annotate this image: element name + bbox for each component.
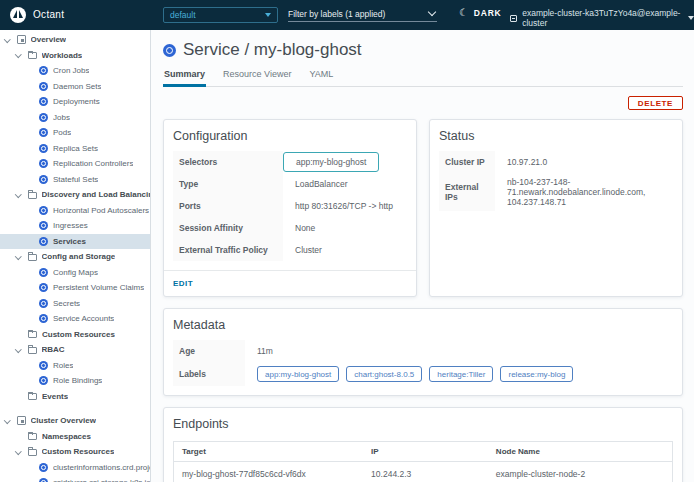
edit-link[interactable]: EDIT (164, 271, 202, 296)
chevron-down-icon[interactable] (15, 191, 21, 197)
sidebar-item-label: Custom Resources (42, 447, 115, 456)
sidebar-item[interactable]: Role Bindings (0, 373, 150, 389)
sidebar-item-label: RBAC (42, 345, 65, 354)
label-filter-text: Filter by labels (1 applied) (288, 9, 385, 19)
endpoints-card: Endpoints Target IP Node Name my-blog (163, 407, 683, 482)
sidebar-item-label: Services (53, 237, 86, 246)
sidebar-item[interactable]: RBAC (0, 342, 150, 358)
cluster-context-select[interactable]: example-cluster-ka3TuTzYo4a@example-clus… (510, 8, 694, 28)
sidebar-item-icon (39, 144, 48, 153)
sidebar-item[interactable]: Ingresses (0, 218, 150, 234)
label-filter-input[interactable]: Filter by labels (1 applied) (288, 6, 437, 22)
sidebar-item-icon (28, 192, 37, 199)
status-row-label: Cluster IP (439, 151, 495, 173)
sidebar-item-icon (39, 478, 48, 482)
sidebar-item-label: Pods (53, 128, 71, 137)
config-row-label: Selectors (173, 151, 283, 173)
sidebar-item-icon (39, 237, 48, 246)
label-tag: release:my-blog (500, 366, 573, 382)
config-row-label: Type (173, 173, 283, 195)
config-row-value: LoadBalancer (283, 175, 359, 193)
sidebar-item[interactable]: Cron Jobs (0, 63, 150, 79)
tab[interactable]: Summary (163, 69, 206, 87)
sidebar-item[interactable]: Roles (0, 358, 150, 374)
sidebar-item-icon (17, 416, 26, 425)
sidebar-item[interactable]: Discovery and Load Balancing (0, 187, 150, 203)
sidebar-item[interactable]: Config Maps (0, 265, 150, 281)
sidebar-item-icon (17, 35, 26, 44)
config-row: Ports http 80:31626/TCP -> http (173, 195, 407, 217)
sidebar-item[interactable]: Stateful Sets (0, 172, 150, 188)
sidebar-item-icon (39, 314, 48, 323)
chevron-down-icon[interactable] (4, 417, 10, 423)
navigation-sidebar: Overview Workloads Cron Jobs Daemon Sets… (0, 30, 151, 482)
namespace-select[interactable]: default (163, 7, 278, 23)
delete-button[interactable]: DELETE (628, 96, 683, 110)
sidebar-item[interactable]: Cluster Overview (0, 413, 150, 429)
sidebar-item[interactable]: Services (0, 234, 150, 250)
label-tag: chart:ghost-8.0.5 (346, 366, 422, 382)
config-row: Selectors app:my-blog-ghost (173, 151, 407, 173)
sidebar-item[interactable]: Replication Controllers (0, 156, 150, 172)
chevron-down-icon[interactable] (15, 448, 21, 454)
config-row-label: Session Affinity (173, 217, 283, 239)
endpoint-target-link[interactable]: my-blog-ghost-77df85c6cd-vf6dx (174, 462, 364, 482)
main-content: Service / my-blog-ghost Summary Resource… (151, 30, 694, 482)
theme-toggle[interactable]: ☾ DARK (459, 8, 502, 18)
sidebar-item-icon (28, 52, 37, 59)
sidebar-item[interactable]: Jobs (0, 110, 150, 126)
sidebar-item-label: Discovery and Load Balancing (42, 190, 151, 199)
chevron-down-icon[interactable] (15, 346, 21, 352)
card-title: Status (430, 120, 682, 151)
config-row-value: None (283, 219, 327, 237)
endpoints-column-header: IP (363, 442, 488, 462)
sidebar-item[interactable]: Overview (0, 32, 150, 48)
sidebar-item-label: Persistent Volume Claims (53, 283, 144, 292)
sidebar-item[interactable]: Custom Resources (0, 327, 150, 343)
sidebar-item[interactable]: Config and Storage (0, 249, 150, 265)
tab[interactable]: Resource Viewer (222, 69, 292, 86)
chevron-down-icon (688, 16, 694, 20)
sidebar-item[interactable]: Horizontal Pod Autoscalers (0, 203, 150, 219)
sidebar-item[interactable]: Replica Sets (0, 141, 150, 157)
sidebar-item-label: csidrivers.csi.storage.k8s.io (53, 478, 150, 482)
chevron-down-icon[interactable] (15, 253, 21, 259)
sidebar-item-icon (28, 347, 37, 354)
sidebar-item[interactable]: Pods (0, 125, 150, 141)
sidebar-item-label: Horizontal Pod Autoscalers (53, 206, 149, 215)
metadata-age-value: 11m (245, 342, 285, 360)
endpoints-column-header: Node Name (488, 442, 673, 462)
sidebar-item[interactable]: csidrivers.csi.storage.k8s.io (0, 475, 150, 482)
sidebar-item-label: Replication Controllers (53, 159, 133, 168)
sidebar-item-label: Events (42, 392, 68, 401)
endpoints-row: my-blog-ghost-77df85c6cd-vf6dx 10.244.2.… (174, 462, 673, 482)
sidebar-item[interactable]: Deployments (0, 94, 150, 110)
status-table: Cluster IP 10.97.21.0 External IPs nb-10… (439, 151, 673, 211)
configuration-card: Configuration Selectors app:my-blog-ghos… (163, 119, 417, 297)
tab[interactable]: YAML (308, 69, 334, 86)
status-card: Status Cluster IP 10.97.21.0 External IP… (429, 119, 683, 297)
sidebar-item[interactable]: clusterinformations.crd.projec (0, 460, 150, 476)
sidebar-item-label: Role Bindings (53, 376, 102, 385)
chevron-down-icon (428, 8, 436, 16)
sidebar-item[interactable]: Secrets (0, 296, 150, 312)
sidebar-item-icon (28, 254, 37, 261)
octant-logo-icon (10, 7, 26, 23)
sidebar-item[interactable]: Persistent Volume Claims (0, 280, 150, 296)
sidebar-item[interactable]: Service Accounts (0, 311, 150, 327)
sidebar-item-icon (39, 113, 48, 122)
sidebar-item[interactable]: Custom Resources (0, 444, 150, 460)
app-header: Octant default Filter by labels (1 appli… (0, 0, 694, 30)
status-row: Cluster IP 10.97.21.0 (439, 151, 673, 173)
chevron-down-icon[interactable] (15, 51, 21, 57)
sidebar-item-icon (39, 283, 48, 292)
metadata-labels-label: Labels (173, 362, 245, 386)
sidebar-item[interactable]: Events (0, 389, 150, 405)
sidebar-item[interactable]: Workloads (0, 48, 150, 64)
sidebar-item[interactable]: Namespaces (0, 429, 150, 445)
sidebar-item-label: Replica Sets (53, 144, 98, 153)
sidebar-item-icon (39, 221, 48, 230)
sidebar-item-label: Deployments (53, 97, 100, 106)
chevron-down-icon[interactable] (4, 36, 10, 42)
sidebar-item[interactable]: Daemon Sets (0, 79, 150, 95)
